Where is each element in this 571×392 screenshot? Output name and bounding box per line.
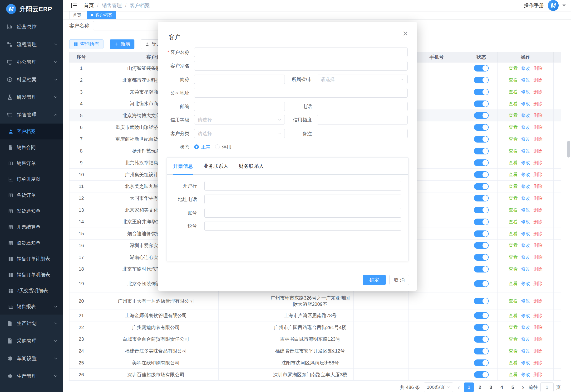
edit-link[interactable]: 修改 — [521, 77, 530, 83]
del-link[interactable]: 删除 — [533, 231, 542, 236]
view-link[interactable]: 查看 — [509, 337, 518, 342]
tab-finance-contact[interactable]: 财务联系人 — [239, 157, 264, 174]
sidebar-item-sales-order-detail[interactable]: 销售订单明细表 — [0, 267, 63, 283]
edit-link[interactable]: 修改 — [521, 149, 530, 154]
sidebar-item-shipping-notice[interactable]: 发货通知单 — [0, 203, 63, 219]
status-toggle[interactable] — [474, 195, 489, 201]
del-link[interactable]: 删除 — [533, 196, 542, 201]
chevron-down-icon[interactable] — [562, 4, 566, 7]
del-link[interactable]: 删除 — [533, 360, 542, 365]
sidebar-item-production-management[interactable]: 生产管理 — [0, 367, 63, 385]
status-toggle[interactable] — [474, 359, 489, 366]
sidebar-item-sales-management[interactable]: 销售管理 — [0, 106, 63, 124]
status-toggle[interactable] — [474, 266, 489, 272]
edit-link[interactable]: 修改 — [521, 360, 530, 365]
breadcrumb-sales[interactable]: 销售管理 — [102, 2, 122, 9]
status-radio-disabled[interactable]: 停用 — [215, 142, 231, 152]
credit-level-select[interactable]: 请选择 — [194, 115, 285, 125]
status-toggle[interactable] — [474, 112, 489, 119]
del-link[interactable]: 删除 — [533, 243, 542, 248]
status-toggle[interactable] — [474, 100, 489, 107]
phone-input[interactable] — [317, 102, 407, 111]
tab-tag-customer-files[interactable]: 客户档案 — [87, 11, 116, 19]
del-link[interactable]: 删除 — [533, 255, 542, 260]
edit-link[interactable]: 修改 — [521, 337, 530, 342]
goto-page-input[interactable] — [540, 382, 554, 392]
view-link[interactable]: 查看 — [509, 325, 518, 330]
edit-link[interactable]: 修改 — [521, 349, 530, 353]
view-link[interactable]: 查看 — [509, 137, 518, 141]
edit-link[interactable]: 修改 — [521, 101, 530, 106]
del-link[interactable]: 删除 — [533, 337, 542, 342]
status-toggle[interactable] — [474, 348, 489, 354]
edit-link[interactable]: 修改 — [521, 243, 530, 248]
view-link[interactable]: 查看 — [509, 231, 518, 236]
status-toggle[interactable] — [474, 183, 489, 190]
del-link[interactable]: 删除 — [533, 372, 542, 377]
sidebar-item-return-notice[interactable]: 退货通知单 — [0, 235, 63, 251]
account-no-input[interactable] — [204, 208, 401, 218]
status-radio-normal[interactable]: 正常 — [194, 142, 210, 152]
edit-link[interactable]: 修改 — [521, 313, 530, 318]
view-link[interactable]: 查看 — [509, 125, 518, 130]
sidebar-item-order-progress-chart[interactable]: 订单进度图 — [0, 171, 63, 187]
edit-link[interactable]: 修改 — [521, 66, 530, 71]
view-link[interactable]: 查看 — [509, 89, 518, 94]
breadcrumb-home[interactable]: 首页 — [84, 2, 94, 9]
del-link[interactable]: 删除 — [533, 184, 542, 189]
page-button-5[interactable]: 5 — [508, 382, 517, 392]
del-link[interactable]: 删除 — [533, 349, 542, 353]
remark-input[interactable] — [317, 129, 407, 138]
del-link[interactable]: 删除 — [533, 266, 542, 272]
sidebar-item-process-management[interactable]: 流程管理 — [0, 36, 63, 53]
del-link[interactable]: 删除 — [533, 101, 542, 106]
status-toggle[interactable] — [474, 298, 489, 304]
edit-link[interactable]: 修改 — [521, 160, 530, 165]
status-toggle[interactable] — [474, 254, 489, 261]
del-link[interactable]: 删除 — [533, 66, 542, 71]
avatar[interactable]: M — [548, 0, 559, 11]
next-page-button[interactable]: › — [521, 384, 525, 391]
tax-no-input[interactable] — [204, 221, 401, 231]
del-link[interactable]: 删除 — [533, 137, 542, 141]
page-button-4[interactable]: 4 — [497, 382, 507, 392]
del-link[interactable]: 删除 — [533, 113, 542, 118]
sidebar-item-office-management[interactable]: 办公管理 — [0, 53, 63, 71]
view-link[interactable]: 查看 — [509, 207, 518, 212]
edit-link[interactable]: 修改 — [521, 298, 530, 303]
status-toggle[interactable] — [474, 371, 489, 378]
category-select[interactable]: 请选择 — [194, 129, 285, 138]
status-toggle[interactable] — [474, 242, 489, 249]
edit-link[interactable]: 修改 — [521, 231, 530, 236]
del-link[interactable]: 删除 — [533, 149, 542, 154]
del-link[interactable]: 删除 — [533, 172, 542, 177]
del-link[interactable]: 删除 — [533, 125, 542, 130]
status-toggle[interactable] — [474, 219, 489, 225]
edit-link[interactable]: 修改 — [521, 219, 530, 224]
status-toggle[interactable] — [474, 280, 489, 287]
edit-link[interactable]: 修改 — [521, 207, 530, 212]
edit-link[interactable]: 修改 — [521, 125, 530, 130]
edit-link[interactable]: 修改 — [521, 255, 530, 260]
cancel-button[interactable]: 取 消 — [390, 275, 409, 285]
view-link[interactable]: 查看 — [509, 313, 518, 318]
status-toggle[interactable] — [474, 230, 489, 237]
company-address-input[interactable] — [194, 88, 407, 98]
view-link[interactable]: 查看 — [509, 101, 518, 106]
view-link[interactable]: 查看 — [509, 160, 518, 165]
edit-link[interactable]: 修改 — [521, 266, 530, 272]
status-toggle[interactable] — [474, 336, 489, 343]
status-toggle[interactable] — [474, 89, 489, 95]
view-link[interactable]: 查看 — [509, 298, 518, 303]
status-toggle[interactable] — [474, 171, 489, 178]
view-link[interactable]: 查看 — [509, 149, 518, 154]
view-link[interactable]: 查看 — [509, 266, 518, 272]
del-link[interactable]: 删除 — [533, 207, 542, 212]
edit-link[interactable]: 修改 — [521, 172, 530, 177]
view-link[interactable]: 查看 — [509, 77, 518, 83]
sidebar-item-invoice-settlement[interactable]: 开票结算单 — [0, 219, 63, 235]
sidebar-item-seven-day-delivery[interactable]: 7天交货明细表 — [0, 283, 63, 299]
query-all-button[interactable]: 查询所有 — [69, 40, 104, 49]
edit-link[interactable]: 修改 — [521, 184, 530, 189]
del-link[interactable]: 删除 — [533, 160, 542, 165]
